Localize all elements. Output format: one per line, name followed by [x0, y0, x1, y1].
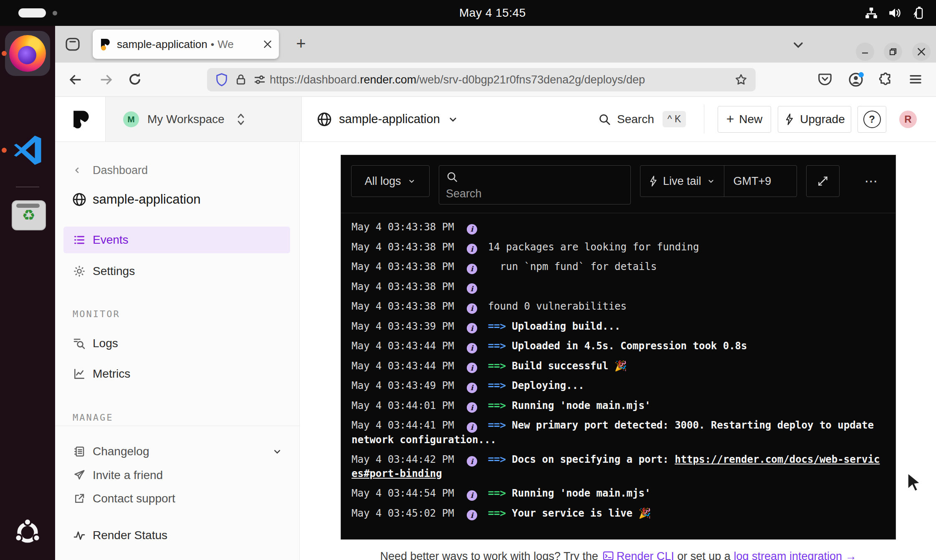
recycle-glyph: ♻: [13, 208, 45, 223]
vscode-icon[interactable]: [11, 134, 44, 167]
live-tail-toggle[interactable]: Live tail: [640, 166, 724, 197]
sidebar-item-settings[interactable]: Settings: [55, 261, 300, 281]
log-timestamp: May 4 03:44:41 PM: [352, 419, 454, 431]
log-panel: All logs Search: [341, 155, 896, 540]
log-arrow: ==>: [488, 419, 506, 431]
log-stream-link[interactable]: log stream integration →: [734, 550, 856, 560]
info-icon: i: [467, 402, 477, 413]
log-row: May 4 03:44:01 PMi==>Running 'node main.…: [352, 399, 885, 413]
globe-icon: [72, 191, 87, 208]
log-rows: May 4 03:43:38 PMiMay 4 03:43:38 PMi14 p…: [341, 213, 896, 540]
system-clock[interactable]: May 4 15:45: [459, 6, 526, 20]
window-restore-button[interactable]: [884, 43, 902, 61]
log-search-input[interactable]: Search: [439, 165, 631, 204]
log-arrow: ==>: [488, 320, 506, 332]
firefox-icon[interactable]: [9, 35, 46, 72]
paper-plane-icon: [72, 469, 87, 482]
activities-pill[interactable]: [18, 8, 46, 18]
workspace-selector[interactable]: M My Workspace: [105, 97, 302, 141]
info-icon: i: [467, 343, 477, 353]
live-tail-label: Live tail: [663, 175, 701, 188]
log-row: May 4 03:43:38 PMi: [352, 280, 885, 294]
extensions-icon[interactable]: [878, 72, 894, 88]
sidebar-service-title[interactable]: sample-application: [55, 188, 300, 211]
sidebar-item-render-status[interactable]: Render Status: [55, 525, 300, 545]
service-selector[interactable]: sample-application: [316, 97, 459, 141]
workspace-updown-chevron-icon: [235, 112, 246, 127]
battery-charging-icon[interactable]: [911, 5, 926, 20]
browser-tab[interactable]: sample-application•We: [93, 30, 279, 59]
render-logo[interactable]: [70, 108, 92, 130]
sidebar-item-invite[interactable]: Invite a friend: [55, 465, 300, 485]
shield-icon[interactable]: [215, 73, 229, 87]
bolt-icon: [784, 113, 795, 126]
sidebar-item-events[interactable]: Events: [63, 227, 290, 253]
changelog-icon: [72, 445, 87, 458]
log-timestamp: May 4 03:43:44 PM: [352, 360, 454, 372]
sidebar-item-metrics[interactable]: Metrics: [55, 364, 300, 384]
upgrade-button[interactable]: Upgrade: [778, 106, 851, 133]
log-row: May 4 03:43:49 PMi==>Deploying...: [352, 378, 885, 393]
global-search[interactable]: Search ^ K: [598, 97, 686, 141]
vscode-running-dot: [2, 148, 7, 153]
url-text[interactable]: https://dashboard.render.com/web/srv-d0b…: [270, 73, 734, 86]
account-avatar[interactable]: R: [899, 111, 917, 128]
log-filter-dropdown[interactable]: All logs: [351, 165, 430, 197]
mouse-cursor: [905, 472, 924, 493]
url-bar[interactable]: https://dashboard.render.com/web/srv-d0b…: [207, 68, 756, 91]
account-icon[interactable]: [848, 72, 864, 88]
permissions-icon[interactable]: [253, 73, 266, 86]
tab-title-fade: [235, 32, 261, 56]
back-icon[interactable]: [67, 71, 83, 88]
back-to-dashboard[interactable]: Dashboard: [55, 160, 300, 180]
live-tail-chevron-icon: [706, 177, 716, 186]
log-message: ==>Running 'node main.mjs': [488, 487, 651, 499]
list-all-tabs-icon[interactable]: [791, 38, 806, 53]
timezone-button[interactable]: GMT+9: [724, 175, 781, 188]
ubuntu-logo-icon[interactable]: [13, 517, 43, 547]
log-arrow: ==>: [488, 487, 506, 499]
log-row: May 4 03:43:44 PMi==>Build successful 🎉: [352, 359, 885, 373]
log-message: ==>Build successful 🎉: [488, 360, 627, 372]
bookmark-star-icon[interactable]: [734, 73, 748, 87]
sidebar-item-changelog[interactable]: Changelog: [55, 441, 300, 462]
network-icon[interactable]: [864, 6, 878, 20]
help-button[interactable]: ?: [858, 106, 886, 133]
logs-footer-hint: Need better ways to work with logs? Try …: [341, 550, 896, 560]
log-timestamp: May 4 03:43:38 PM: [352, 221, 454, 233]
window-minimize-button[interactable]: [856, 43, 874, 61]
menu-icon[interactable]: [908, 72, 924, 88]
trash-icon[interactable]: ♻: [12, 200, 46, 230]
log-message: ==>Running 'node main.mjs': [488, 400, 651, 411]
volume-icon[interactable]: [888, 6, 902, 20]
system-top-bar: May 4 15:45: [0, 0, 936, 26]
changelog-chevron-down-icon[interactable]: [271, 446, 283, 457]
browser-navbar: https://dashboard.render.com/web/srv-d0b…: [55, 63, 936, 97]
log-arrow: ==>: [488, 380, 506, 391]
forward-icon[interactable]: [98, 71, 115, 88]
info-icon: i: [467, 323, 477, 333]
new-tab-button[interactable]: +: [290, 33, 312, 55]
render-cli-link[interactable]: Render CLI: [617, 550, 674, 560]
log-timestamp: May 4 03:43:38 PM: [352, 300, 454, 312]
workspace-avatar: M: [123, 111, 139, 127]
lock-icon[interactable]: [235, 73, 247, 86]
pocket-icon[interactable]: [817, 72, 833, 88]
reload-icon[interactable]: [127, 71, 144, 88]
sidebar-item-contact-support[interactable]: Contact support: [55, 489, 300, 509]
info-icon: i: [467, 363, 477, 373]
log-row: May 4 03:45:02 PMi==>Your service is liv…: [352, 506, 885, 521]
more-options-button[interactable]: ⋯: [856, 165, 888, 197]
log-arrow: ==>: [488, 340, 506, 352]
new-button[interactable]: + New: [718, 106, 771, 133]
search-shortcut-badge: ^ K: [663, 111, 686, 127]
info-icon: i: [467, 283, 477, 294]
tab-close-icon[interactable]: [262, 39, 273, 50]
log-message: ==>Uploaded in 4.5s. Compression took 0.…: [488, 340, 747, 352]
firefox-view-icon[interactable]: [64, 36, 81, 53]
sidebar-item-logs[interactable]: Logs: [55, 333, 300, 353]
live-tail-control[interactable]: Live tail GMT+9: [640, 165, 797, 197]
window-close-button[interactable]: [912, 43, 931, 61]
expand-logs-button[interactable]: [806, 165, 840, 197]
question-icon: ?: [863, 111, 881, 128]
